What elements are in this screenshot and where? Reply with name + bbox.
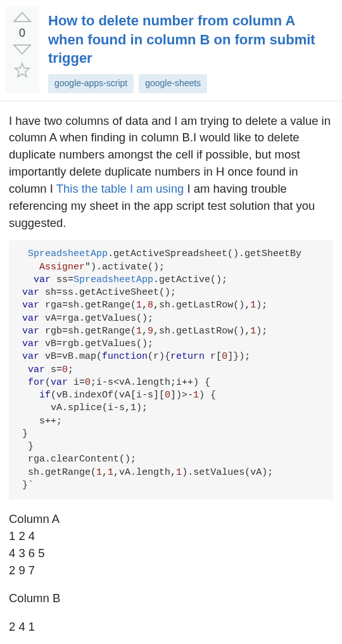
question-title[interactable]: How to delete number from column A when … xyxy=(48,11,333,68)
tag-list: google-apps-script google-sheets xyxy=(48,74,333,93)
question-header: 0 How to delete number from column A whe… xyxy=(0,0,342,101)
body-paragraph: I have two columns of data and I am tryi… xyxy=(9,113,333,232)
tag-google-sheets[interactable]: google-sheets xyxy=(139,74,207,93)
sample-col-a-header: Column A1 2 44 3 6 52 9 7 xyxy=(9,511,333,579)
table-link[interactable]: This the table I am using xyxy=(56,182,184,195)
sample-col-b-row: 2 4 1 xyxy=(9,619,333,636)
question-body: I have two columns of data and I am tryi… xyxy=(0,101,342,644)
upvote-button[interactable] xyxy=(11,10,33,23)
title-column: How to delete number from column A when … xyxy=(48,6,333,93)
sample-data: Column A1 2 44 3 6 52 9 7 Column B 2 4 1… xyxy=(9,511,333,644)
sample-col-b-header: Column B xyxy=(9,590,333,607)
favorite-button[interactable] xyxy=(13,58,31,79)
vote-score: 0 xyxy=(19,25,25,41)
vote-controls: 0 xyxy=(5,6,39,93)
tag-google-apps-script[interactable]: google-apps-script xyxy=(48,74,134,93)
downvote-button[interactable] xyxy=(11,44,33,56)
code-block: SpreadsheetApp.getActiveSpreadsheet().ge… xyxy=(9,240,333,499)
